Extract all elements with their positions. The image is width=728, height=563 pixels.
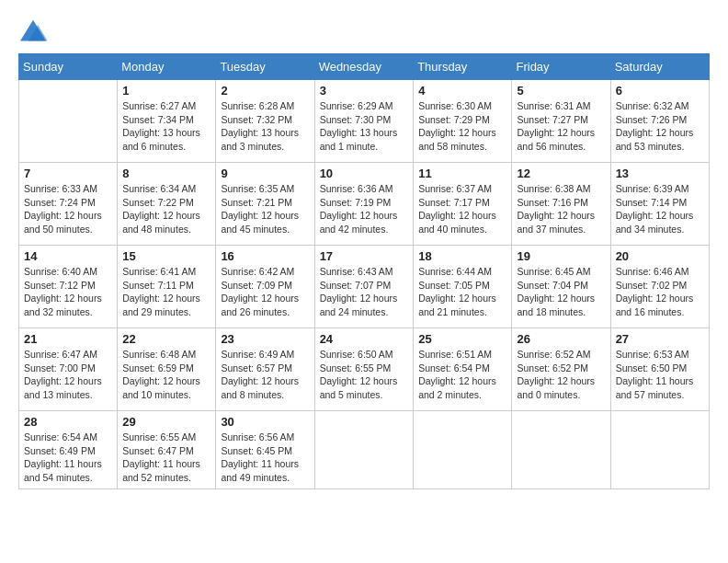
calendar-cell: 19Sunrise: 6:45 AMSunset: 7:04 PMDayligh… — [512, 246, 610, 328]
day-info: Sunrise: 6:33 AMSunset: 7:24 PMDaylight:… — [24, 182, 112, 236]
day-number: 10 — [320, 167, 409, 180]
day-number: 21 — [24, 332, 112, 346]
calendar-week-row: 1Sunrise: 6:27 AMSunset: 7:34 PMDaylight… — [19, 80, 710, 163]
calendar-cell: 23Sunrise: 6:49 AMSunset: 6:57 PMDayligh… — [216, 328, 314, 411]
day-number: 19 — [517, 249, 605, 263]
day-number: 17 — [320, 249, 409, 263]
calendar-cell — [414, 411, 512, 489]
day-number: 15 — [122, 249, 210, 263]
day-number: 28 — [24, 415, 112, 429]
day-info: Sunrise: 6:36 AMSunset: 7:19 PMDaylight:… — [320, 182, 409, 236]
day-number: 6 — [616, 84, 704, 98]
calendar-cell: 28Sunrise: 6:54 AMSunset: 6:49 PMDayligh… — [19, 411, 118, 489]
calendar-week-row: 14Sunrise: 6:40 AMSunset: 7:12 PMDayligh… — [19, 246, 710, 328]
calendar-cell: 24Sunrise: 6:50 AMSunset: 6:55 PMDayligh… — [314, 328, 414, 411]
page-header — [18, 18, 710, 44]
day-number: 11 — [418, 167, 506, 180]
calendar-cell: 9Sunrise: 6:35 AMSunset: 7:21 PMDaylight… — [216, 163, 314, 246]
day-number: 24 — [320, 332, 409, 346]
day-info: Sunrise: 6:51 AMSunset: 6:54 PMDaylight:… — [418, 348, 506, 402]
calendar-header-monday: Monday — [118, 54, 216, 80]
day-number: 12 — [517, 167, 605, 180]
calendar-cell: 10Sunrise: 6:36 AMSunset: 7:19 PMDayligh… — [314, 163, 414, 246]
day-info: Sunrise: 6:39 AMSunset: 7:14 PMDaylight:… — [616, 182, 704, 236]
day-info: Sunrise: 6:31 AMSunset: 7:27 PMDaylight:… — [517, 99, 605, 154]
calendar-cell: 6Sunrise: 6:32 AMSunset: 7:26 PMDaylight… — [610, 80, 709, 163]
day-info: Sunrise: 6:27 AMSunset: 7:34 PMDaylight:… — [122, 99, 210, 154]
day-info: Sunrise: 6:30 AMSunset: 7:29 PMDaylight:… — [418, 99, 506, 154]
day-info: Sunrise: 6:34 AMSunset: 7:22 PMDaylight:… — [122, 182, 210, 236]
day-info: Sunrise: 6:42 AMSunset: 7:09 PMDaylight:… — [221, 265, 309, 319]
day-number: 3 — [320, 84, 409, 98]
calendar-cell: 21Sunrise: 6:47 AMSunset: 7:00 PMDayligh… — [19, 328, 118, 411]
logo — [18, 18, 51, 44]
calendar-header-friday: Friday — [512, 54, 610, 80]
calendar-cell: 26Sunrise: 6:52 AMSunset: 6:52 PMDayligh… — [512, 328, 610, 411]
day-number: 29 — [122, 415, 210, 429]
day-number: 30 — [221, 415, 309, 429]
day-info: Sunrise: 6:46 AMSunset: 7:02 PMDaylight:… — [616, 265, 704, 319]
day-info: Sunrise: 6:28 AMSunset: 7:32 PMDaylight:… — [221, 99, 309, 154]
day-info: Sunrise: 6:53 AMSunset: 6:50 PMDaylight:… — [616, 348, 704, 402]
day-number: 16 — [221, 249, 309, 263]
day-number: 9 — [221, 167, 309, 180]
day-number: 26 — [517, 332, 605, 346]
calendar-cell: 13Sunrise: 6:39 AMSunset: 7:14 PMDayligh… — [610, 163, 709, 246]
calendar-cell: 8Sunrise: 6:34 AMSunset: 7:22 PMDaylight… — [118, 163, 216, 246]
calendar-week-row: 28Sunrise: 6:54 AMSunset: 6:49 PMDayligh… — [19, 411, 710, 489]
calendar-cell: 2Sunrise: 6:28 AMSunset: 7:32 PMDaylight… — [216, 80, 314, 163]
calendar-cell: 20Sunrise: 6:46 AMSunset: 7:02 PMDayligh… — [610, 246, 709, 328]
calendar-cell: 1Sunrise: 6:27 AMSunset: 7:34 PMDaylight… — [118, 80, 216, 163]
day-info: Sunrise: 6:35 AMSunset: 7:21 PMDaylight:… — [221, 182, 309, 236]
calendar-cell: 14Sunrise: 6:40 AMSunset: 7:12 PMDayligh… — [19, 246, 118, 328]
calendar-header-saturday: Saturday — [610, 54, 709, 80]
day-info: Sunrise: 6:41 AMSunset: 7:11 PMDaylight:… — [122, 265, 210, 319]
day-number: 5 — [517, 84, 605, 98]
calendar-header-thursday: Thursday — [414, 54, 512, 80]
calendar-cell: 3Sunrise: 6:29 AMSunset: 7:30 PMDaylight… — [314, 80, 414, 163]
day-number: 2 — [221, 84, 309, 98]
day-info: Sunrise: 6:38 AMSunset: 7:16 PMDaylight:… — [517, 182, 605, 236]
day-info: Sunrise: 6:45 AMSunset: 7:04 PMDaylight:… — [517, 265, 605, 319]
day-number: 4 — [418, 84, 506, 98]
logo-icon — [18, 18, 48, 44]
day-info: Sunrise: 6:29 AMSunset: 7:30 PMDaylight:… — [320, 99, 409, 154]
calendar-cell: 12Sunrise: 6:38 AMSunset: 7:16 PMDayligh… — [512, 163, 610, 246]
day-number: 22 — [122, 332, 210, 346]
calendar-cell: 11Sunrise: 6:37 AMSunset: 7:17 PMDayligh… — [414, 163, 512, 246]
day-info: Sunrise: 6:55 AMSunset: 6:47 PMDaylight:… — [122, 431, 210, 485]
calendar-cell — [314, 411, 414, 489]
calendar-cell: 27Sunrise: 6:53 AMSunset: 6:50 PMDayligh… — [610, 328, 709, 411]
day-number: 18 — [418, 249, 506, 263]
calendar-cell: 5Sunrise: 6:31 AMSunset: 7:27 PMDaylight… — [512, 80, 610, 163]
calendar-cell: 22Sunrise: 6:48 AMSunset: 6:59 PMDayligh… — [118, 328, 216, 411]
day-number: 13 — [616, 167, 704, 180]
calendar-header-wednesday: Wednesday — [314, 54, 414, 80]
day-info: Sunrise: 6:32 AMSunset: 7:26 PMDaylight:… — [616, 99, 704, 154]
day-number: 23 — [221, 332, 309, 346]
day-info: Sunrise: 6:48 AMSunset: 6:59 PMDaylight:… — [122, 348, 210, 402]
day-info: Sunrise: 6:37 AMSunset: 7:17 PMDaylight:… — [418, 182, 506, 236]
calendar-cell: 30Sunrise: 6:56 AMSunset: 6:45 PMDayligh… — [216, 411, 314, 489]
calendar-week-row: 7Sunrise: 6:33 AMSunset: 7:24 PMDaylight… — [19, 163, 710, 246]
calendar-week-row: 21Sunrise: 6:47 AMSunset: 7:00 PMDayligh… — [19, 328, 710, 411]
day-info: Sunrise: 6:47 AMSunset: 7:00 PMDaylight:… — [24, 348, 112, 402]
day-info: Sunrise: 6:49 AMSunset: 6:57 PMDaylight:… — [221, 348, 309, 402]
day-info: Sunrise: 6:43 AMSunset: 7:07 PMDaylight:… — [320, 265, 409, 319]
day-number: 27 — [616, 332, 704, 346]
calendar-cell: 17Sunrise: 6:43 AMSunset: 7:07 PMDayligh… — [314, 246, 414, 328]
day-info: Sunrise: 6:52 AMSunset: 6:52 PMDaylight:… — [517, 348, 605, 402]
day-number: 1 — [122, 84, 210, 98]
day-number: 8 — [122, 167, 210, 180]
day-info: Sunrise: 6:44 AMSunset: 7:05 PMDaylight:… — [418, 265, 506, 319]
calendar-cell: 25Sunrise: 6:51 AMSunset: 6:54 PMDayligh… — [414, 328, 512, 411]
calendar-cell — [512, 411, 610, 489]
calendar-header-sunday: Sunday — [19, 54, 118, 80]
day-info: Sunrise: 6:40 AMSunset: 7:12 PMDaylight:… — [24, 265, 112, 319]
calendar-cell: 15Sunrise: 6:41 AMSunset: 7:11 PMDayligh… — [118, 246, 216, 328]
calendar-table: SundayMondayTuesdayWednesdayThursdayFrid… — [18, 53, 710, 489]
day-info: Sunrise: 6:56 AMSunset: 6:45 PMDaylight:… — [221, 431, 309, 485]
day-info: Sunrise: 6:54 AMSunset: 6:49 PMDaylight:… — [24, 431, 112, 485]
calendar-cell — [19, 80, 118, 163]
calendar-cell — [610, 411, 709, 489]
